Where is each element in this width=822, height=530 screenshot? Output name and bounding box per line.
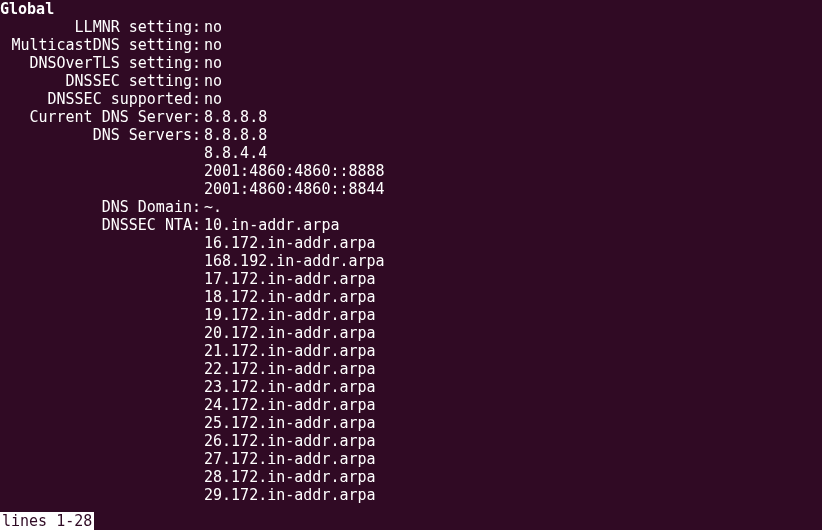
setting-label [0, 306, 192, 324]
setting-value: ~. [200, 198, 222, 216]
setting-row: DNS Domain:~. [0, 198, 822, 216]
setting-value: no [200, 72, 222, 90]
colon-separator [192, 324, 200, 342]
setting-value: no [200, 18, 222, 36]
setting-row: DNSOverTLS setting:no [0, 54, 822, 72]
colon-separator: : [192, 126, 200, 144]
section-header: Global [0, 0, 822, 18]
terminal-output: Global LLMNR setting:noMulticastDNS sett… [0, 0, 822, 504]
setting-value: no [200, 90, 222, 108]
setting-value: 26.172.in-addr.arpa [200, 432, 376, 450]
setting-label [0, 288, 192, 306]
setting-row: 168.192.in-addr.arpa [0, 252, 822, 270]
colon-separator: : [192, 90, 200, 108]
colon-separator [192, 180, 200, 198]
setting-value: 24.172.in-addr.arpa [200, 396, 376, 414]
setting-value: 27.172.in-addr.arpa [200, 450, 376, 468]
colon-separator [192, 144, 200, 162]
setting-row: Current DNS Server:8.8.8.8 [0, 108, 822, 126]
setting-row: 2001:4860:4860::8844 [0, 180, 822, 198]
setting-label [0, 270, 192, 288]
setting-row: 8.8.4.4 [0, 144, 822, 162]
colon-separator: : [192, 108, 200, 126]
colon-separator [192, 270, 200, 288]
setting-row: 19.172.in-addr.arpa [0, 306, 822, 324]
setting-row: 27.172.in-addr.arpa [0, 450, 822, 468]
setting-label: DNS Domain [0, 198, 192, 216]
setting-row: DNS Servers:8.8.8.8 [0, 126, 822, 144]
colon-separator: : [192, 216, 200, 234]
colon-separator [192, 468, 200, 486]
setting-row: 29.172.in-addr.arpa [0, 486, 822, 504]
setting-value: no [200, 54, 222, 72]
setting-value: 25.172.in-addr.arpa [200, 414, 376, 432]
setting-row: 2001:4860:4860::8888 [0, 162, 822, 180]
colon-separator [192, 432, 200, 450]
setting-label [0, 252, 192, 270]
setting-label [0, 378, 192, 396]
setting-row: 21.172.in-addr.arpa [0, 342, 822, 360]
colon-separator [192, 486, 200, 504]
colon-separator [192, 396, 200, 414]
setting-value: 10.in-addr.arpa [200, 216, 339, 234]
setting-label: MulticastDNS setting [0, 36, 192, 54]
setting-row: 25.172.in-addr.arpa [0, 414, 822, 432]
setting-label [0, 432, 192, 450]
setting-label: DNSSEC supported [0, 90, 192, 108]
setting-row: 20.172.in-addr.arpa [0, 324, 822, 342]
setting-label: DNSOverTLS setting [0, 54, 192, 72]
setting-value: 23.172.in-addr.arpa [200, 378, 376, 396]
setting-label [0, 162, 192, 180]
setting-value: 8.8.4.4 [200, 144, 267, 162]
setting-label [0, 396, 192, 414]
setting-row: LLMNR setting:no [0, 18, 822, 36]
pager-status-line[interactable]: lines 1-28 [0, 512, 94, 530]
setting-label [0, 450, 192, 468]
setting-label [0, 468, 192, 486]
setting-row: DNSSEC supported:no [0, 90, 822, 108]
setting-value: 8.8.8.8 [200, 126, 267, 144]
setting-label: DNS Servers [0, 126, 192, 144]
colon-separator: : [192, 36, 200, 54]
colon-separator [192, 252, 200, 270]
setting-row: 28.172.in-addr.arpa [0, 468, 822, 486]
setting-row: 22.172.in-addr.arpa [0, 360, 822, 378]
settings-list: LLMNR setting:noMulticastDNS setting:noD… [0, 18, 822, 504]
setting-row: 24.172.in-addr.arpa [0, 396, 822, 414]
setting-label: DNSSEC setting [0, 72, 192, 90]
setting-row: DNSSEC NTA:10.in-addr.arpa [0, 216, 822, 234]
setting-value: 168.192.in-addr.arpa [200, 252, 385, 270]
setting-label [0, 414, 192, 432]
setting-label [0, 144, 192, 162]
setting-row: DNSSEC setting:no [0, 72, 822, 90]
setting-value: 21.172.in-addr.arpa [200, 342, 376, 360]
colon-separator [192, 414, 200, 432]
colon-separator [192, 162, 200, 180]
setting-label [0, 324, 192, 342]
setting-row: 26.172.in-addr.arpa [0, 432, 822, 450]
setting-label [0, 342, 192, 360]
colon-separator: : [192, 18, 200, 36]
setting-label [0, 180, 192, 198]
setting-label [0, 360, 192, 378]
colon-separator: : [192, 198, 200, 216]
setting-value: 2001:4860:4860::8844 [200, 180, 385, 198]
setting-label [0, 234, 192, 252]
colon-separator [192, 450, 200, 468]
setting-row: MulticastDNS setting:no [0, 36, 822, 54]
setting-label: DNSSEC NTA [0, 216, 192, 234]
setting-label: LLMNR setting [0, 18, 192, 36]
setting-value: 16.172.in-addr.arpa [200, 234, 376, 252]
setting-value: 28.172.in-addr.arpa [200, 468, 376, 486]
setting-value: 8.8.8.8 [200, 108, 267, 126]
setting-label [0, 486, 192, 504]
setting-value: 17.172.in-addr.arpa [200, 270, 376, 288]
colon-separator [192, 360, 200, 378]
colon-separator [192, 342, 200, 360]
setting-label: Current DNS Server [0, 108, 192, 126]
setting-row: 16.172.in-addr.arpa [0, 234, 822, 252]
setting-row: 18.172.in-addr.arpa [0, 288, 822, 306]
setting-value: 22.172.in-addr.arpa [200, 360, 376, 378]
setting-value: 18.172.in-addr.arpa [200, 288, 376, 306]
setting-row: 17.172.in-addr.arpa [0, 270, 822, 288]
